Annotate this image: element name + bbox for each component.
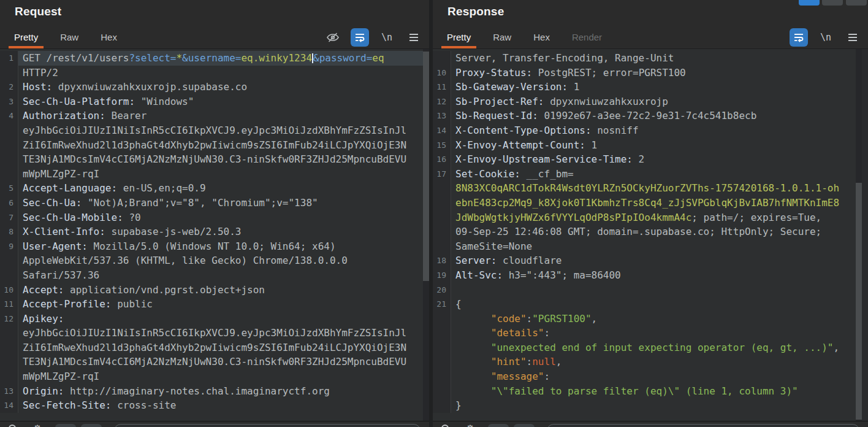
response-editor-toolbar: \n [790,28,862,47]
code-text: Sb-Gateway-Version: 1 [451,80,868,94]
line-number: 16 [433,152,451,167]
code-segment: HTTP/2 [23,67,58,79]
search-input[interactable] [114,424,421,427]
response-panel-title: Response [447,5,504,18]
editor-menu-icon[interactable] [843,28,862,47]
code-segment: User-Agent: [23,240,88,252]
response-scrollbar-track[interactable] [856,49,862,421]
code-segment: Server: [455,255,497,266]
next-match-button[interactable] [81,424,102,427]
code-segment: null [532,356,556,367]
request-search-bar: ⚙ [0,421,429,427]
code-segment [455,313,491,325]
code-text: X-Envoy-Upstream-Service-Time: 2 [451,152,868,167]
request-tab-hex[interactable]: Hex [95,26,123,48]
eye-off-icon[interactable] [324,28,342,47]
prev-match-button[interactable] [488,424,509,427]
line-number [0,66,18,80]
search-icon[interactable] [440,424,451,427]
request-tab-raw[interactable]: Raw [55,26,84,48]
code-text: Sec-Ch-Ua-Mobile: ?0 [18,210,429,225]
code-text: eyJhbGciOiJIUzI1NiIsInR5cCI6IkpXVCJ9.eyJ… [18,123,429,138]
code-segment: } [455,399,462,411]
code-text: } [451,398,868,413]
code-segment: "hint" [491,356,527,367]
code-segment: 09-Sep-25 12:46:08 GMT; domain=.supabase… [455,226,821,237]
code-text: { [451,297,868,312]
code-line: eyJhbGciOiJIUzI1NiIsInR5cCI6IkpXVCJ9.eyJ… [0,123,429,138]
code-line: 12Sb-Project-Ref: dpyxnwiuwzahkxuxrojp [433,94,868,109]
code-segment: Server, Transfer-Encoding, Range-Unit [455,52,674,64]
code-segment: Apikey: [23,313,64,325]
word-wrap-icon[interactable] [790,28,808,47]
search-icon[interactable] [7,424,18,427]
code-line: 10Proxy-Status: PostgREST; error=PGRST10… [433,66,868,80]
code-line: TE3NjA1MDcsImV4cCI6MjA2NzMzNjUwN30.C3-ni… [0,152,429,167]
request-tab-pretty[interactable]: Pretty [9,26,44,48]
code-segment: X-Content-Type-Options: [455,125,592,136]
line-number: 21 [433,297,451,312]
next-match-button[interactable] [514,424,535,427]
code-segment: Accept: [23,284,64,296]
response-tab-raw[interactable]: Raw [487,26,517,48]
code-line: "code":"PGRST100", [433,312,868,326]
top-toolbar-fragment-active[interactable] [799,0,820,6]
code-line: 6Sec-Ch-Ua: "Not)A;Brand";v="8", "Chromi… [0,196,429,210]
top-toolbar-fragment[interactable] [846,0,867,6]
response-tab-pretty[interactable]: Pretty [441,26,476,48]
code-text: ZiI6ImRweXhud2l1d3phaGt4dXhyb2pwIiwicm9s… [18,138,429,153]
newline-icon[interactable]: \n [378,28,396,47]
code-line: 8N83XC0qARC1dTokR4Wsdt0YLRZn5OCkyHZuorZV… [433,181,868,196]
newline-icon[interactable]: \n [817,28,835,47]
code-segment: eyJhbGciOiJIUzI1NiIsInR5cCI6IkpXVCJ9.eyJ… [23,125,406,136]
code-segment: cross-site [112,399,177,411]
line-number [0,340,18,355]
line-number: 15 [433,138,451,153]
line-number: 20 [433,283,451,298]
request-scrollbar-thumb[interactable] [423,52,429,281]
response-editor[interactable]: Server, Transfer-Encoding, Range-Unit10P… [433,48,868,421]
response-tab-hex[interactable]: Hex [528,26,555,48]
code-line: JdWbgWgtkjyHWZx6fVYYLqOdP8sPIpIOo4kmmA4c… [433,210,868,225]
line-number [433,326,451,340]
top-toolbar-fragment[interactable] [822,0,843,6]
settings-gear-icon[interactable]: ⚙ [465,424,476,427]
code-segment: ZiI6ImRweXhud2l1d3phaGt4dXhyb2pwIiwicm9s… [23,139,406,151]
code-segment: 1 [585,139,597,151]
word-wrap-icon[interactable] [351,28,369,47]
prev-match-button[interactable] [55,424,76,427]
code-line: 13Origin: http://imaginary-notes.chal.im… [0,384,429,399]
line-number: 8 [0,225,18,239]
code-line: 19Alt-Svc: h3=":443"; ma=86400 [433,268,868,283]
line-number [0,138,18,153]
code-line: 17Set-Cookie: __cf_bm= [433,167,868,182]
line-number: 9 [0,239,18,254]
line-number: 12 [0,312,18,326]
editor-menu-icon[interactable] [405,28,423,47]
code-text: Authorization: Bearer [18,109,429,123]
code-line: 21{ [433,297,868,312]
code-segment: h3=":443"; ma=86400 [503,269,621,281]
settings-gear-icon[interactable]: ⚙ [32,424,43,427]
code-text: 09-Sep-25 12:46:08 GMT; domain=.supabase… [451,225,868,239]
code-segment: eq.winky1234 [241,52,312,64]
response-scrollbar-thumb[interactable] [856,183,862,420]
search-input[interactable] [547,424,859,427]
code-segment: dpyxnwiuwzahkxuxrojp.supabase.co [52,81,247,93]
code-segment: Accept-Language: [23,182,117,194]
code-text: "hint":null, [451,355,868,369]
line-number: 6 [0,196,18,210]
newline-label: \n [381,32,392,43]
line-number: 4 [0,109,18,123]
request-editor[interactable]: 1GET /rest/v1/users?select=*&username=eq… [0,48,429,421]
code-text: Apikey: [18,312,429,326]
code-segment: eq [372,52,384,64]
request-scrollbar-track[interactable] [423,49,429,421]
code-segment: : [544,371,550,382]
code-text: HTTP/2 [18,66,429,80]
code-segment: Sb-Project-Ref: [455,96,544,107]
code-line: eyJhbGciOiJIUzI1NiIsInR5cCI6IkpXVCJ9.eyJ… [0,326,429,340]
code-segment [455,327,491,339]
code-line: 2Host: dpyxnwiuwzahkxuxrojp.supabase.co [0,80,429,94]
code-segment: : [527,356,533,367]
